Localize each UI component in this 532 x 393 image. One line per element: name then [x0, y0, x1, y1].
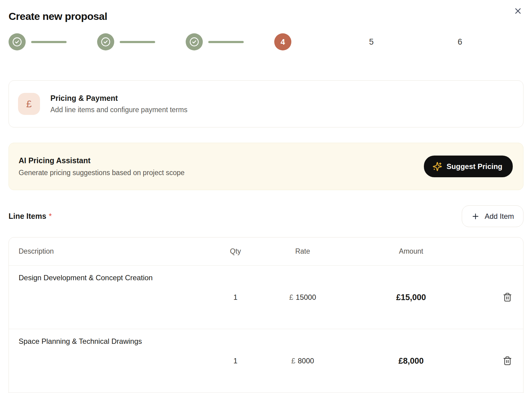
- section-title: Pricing & Payment: [50, 94, 188, 103]
- step-1-completed-indicator[interactable]: [9, 33, 26, 50]
- line-item-amount: £15,000: [345, 293, 477, 302]
- trash-icon: [503, 292, 512, 302]
- suggest-pricing-button[interactable]: Suggest Pricing: [424, 156, 513, 177]
- pricing-payment-text: Pricing & Payment Add line items and con…: [50, 94, 188, 114]
- stepper-step-2: [97, 33, 186, 50]
- step-connector: [31, 41, 67, 43]
- add-item-label: Add Item: [485, 212, 514, 221]
- step-3-completed-indicator[interactable]: [186, 33, 203, 50]
- sparkles-icon: [432, 162, 442, 171]
- table-header-row: Description Qty Rate Amount: [9, 237, 523, 266]
- step-4-active-indicator[interactable]: 4: [274, 33, 291, 50]
- close-button[interactable]: [512, 5, 524, 17]
- trash-icon: [503, 356, 512, 365]
- close-icon: [513, 6, 523, 16]
- ai-banner-subtitle: Generate pricing suggestions based on pr…: [19, 169, 184, 177]
- check-circle-icon: [189, 37, 199, 47]
- rate-value: 15000: [296, 293, 316, 301]
- currency-symbol: £: [291, 357, 295, 365]
- step-4-number: 4: [281, 37, 285, 47]
- step-connector: [120, 41, 155, 43]
- add-item-button[interactable]: Add Item: [462, 205, 523, 227]
- ai-banner-title: AI Pricing Assistant: [19, 156, 184, 165]
- check-circle-icon: [100, 37, 111, 47]
- ai-banner-text: AI Pricing Assistant Generate pricing su…: [19, 156, 184, 177]
- delete-item-button[interactable]: [501, 355, 513, 367]
- step-5-number[interactable]: 5: [363, 33, 380, 50]
- column-header-rate: Rate: [260, 247, 345, 255]
- step-connector: [208, 41, 244, 43]
- line-item-qty-input[interactable]: 1: [211, 357, 260, 365]
- section-subtitle: Add line items and configure payment ter…: [50, 106, 188, 114]
- rate-value: 8000: [298, 357, 314, 365]
- stepper-step-4: 4: [274, 33, 363, 50]
- line-item-values: 1 £15000 £15,000: [19, 289, 513, 306]
- column-header-amount: Amount: [345, 247, 477, 255]
- line-item-qty-input[interactable]: 1: [211, 293, 260, 302]
- check-circle-icon: [12, 37, 22, 47]
- stepper-step-1: [9, 33, 97, 50]
- delete-item-button[interactable]: [501, 291, 513, 303]
- plus-icon: [471, 212, 480, 221]
- column-header-qty: Qty: [211, 247, 260, 255]
- stepper-step-5: 5: [363, 33, 451, 50]
- pound-icon: £: [18, 93, 40, 115]
- step-6-number[interactable]: 6: [451, 33, 468, 50]
- line-item-description-input[interactable]: Space Planning & Technical Drawings: [19, 337, 513, 346]
- required-asterisk: *: [49, 212, 52, 220]
- line-items-header: Line Items* Add Item: [9, 205, 523, 227]
- step-2-completed-indicator[interactable]: [97, 33, 114, 50]
- create-proposal-modal: Create new proposal: [0, 0, 532, 393]
- line-items-label: Line Items*: [9, 212, 52, 221]
- ai-pricing-assistant-banner: AI Pricing Assistant Generate pricing su…: [9, 143, 523, 190]
- column-header-description: Description: [19, 247, 211, 255]
- pound-glyph: £: [26, 98, 32, 110]
- stepper-step-3: [186, 33, 274, 50]
- table-row: Space Planning & Technical Drawings 1 £8…: [9, 329, 523, 393]
- stepper-step-6: 6: [451, 33, 523, 50]
- line-item-values: 1 £8000 £8,000: [19, 352, 513, 369]
- line-items-label-text: Line Items: [9, 212, 46, 220]
- pricing-payment-card: £ Pricing & Payment Add line items and c…: [9, 80, 523, 127]
- table-row: Design Development & Concept Creation 1 …: [9, 266, 523, 329]
- stepper: 4 5 6: [9, 33, 523, 50]
- line-items-table: Description Qty Rate Amount Design Devel…: [9, 237, 523, 393]
- line-item-description-input[interactable]: Design Development & Concept Creation: [19, 274, 513, 282]
- page-title: Create new proposal: [9, 10, 523, 22]
- suggest-pricing-label: Suggest Pricing: [446, 162, 502, 171]
- line-item-rate-input[interactable]: £8000: [260, 357, 345, 365]
- line-item-amount: £8,000: [345, 356, 477, 366]
- line-item-rate-input[interactable]: £15000: [260, 293, 345, 302]
- currency-symbol: £: [289, 293, 293, 301]
